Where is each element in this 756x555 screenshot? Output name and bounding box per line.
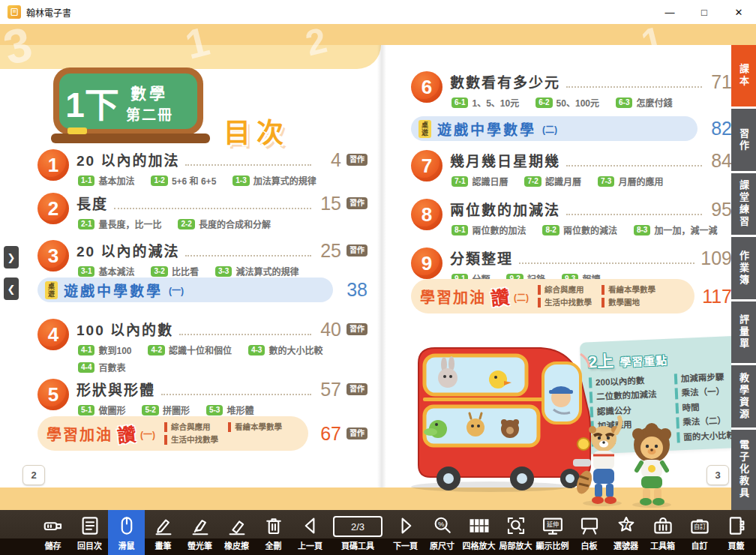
boardgame-title: 遊戲中學數學 [437,118,536,139]
section-item[interactable]: 5-1做圖形 [78,404,125,416]
chapter-title[interactable]: 兩位數的加減法 [450,199,560,219]
sidebar-tab-作業簿[interactable]: 作業簿 [731,237,756,298]
boardgame-page-number[interactable]: 82 [706,118,732,140]
toolbar-儲存[interactable]: 儲存 [34,510,71,555]
section-code-badge: 6-1 [452,98,468,108]
section-item[interactable]: 5-2拼圖形 [142,404,189,416]
chapter-page-number[interactable]: 84 [708,152,732,170]
toolbar-白板[interactable]: 白板 [571,510,608,555]
chapter-title[interactable]: 20 以內的加法 [76,149,179,170]
section-item[interactable]: 4-1數到100 [78,344,131,356]
prev-page-edge-button[interactable]: ❮ [4,278,19,300]
boardgame-page-number[interactable]: 38 [342,279,368,301]
toolbar-自訂[interactable]: 自訂自訂 [681,510,718,555]
chapter-title[interactable]: 長度 [76,193,108,213]
chapter-title[interactable]: 分類整理 [450,248,513,268]
page-number-box: 2/3 [333,513,382,538]
chapter-page-number[interactable]: 25 [317,242,341,260]
learning-boost-page-number[interactable]: 67 [316,423,341,445]
maximize-button[interactable]: □ [687,0,722,24]
section-item[interactable]: 1-3加法算式的規律 [232,174,316,187]
toolbar-局部放大[interactable]: 局部放大 [497,510,534,555]
toolbar-螢光筆[interactable]: 螢光筆 [182,510,218,555]
page-indicator[interactable]: 2/3 [333,516,382,537]
toolbar-原尺寸[interactable]: %原尺寸 [424,510,460,555]
chapter-title[interactable]: 數數看有多少元 [450,71,560,92]
right-page-corner-number[interactable]: 3 [706,465,729,485]
section-code-badge: 5-2 [142,405,158,416]
section-item[interactable]: 5-3堆形體 [206,404,254,416]
toolbar-工具箱[interactable]: 工具箱 [644,510,681,555]
sidebar-tab-評量單[interactable]: 評量單 [731,302,756,363]
chapter-title[interactable]: 幾月幾日星期幾 [450,150,560,170]
section-item[interactable]: 7-2認識月曆 [524,175,580,188]
chapter-page-number[interactable]: 4 [317,151,341,170]
section-item[interactable]: 7-3月曆的應用 [598,175,663,188]
section-item[interactable]: 6-250、100元 [536,96,599,109]
homework-badge[interactable]: 習作 [346,383,368,395]
sidebar-tab-教學資源[interactable]: 教學資源 [731,365,756,427]
learning-boost-page-number[interactable]: 117 [702,286,732,308]
section-item[interactable]: 8-2兩位數的減法 [542,224,616,236]
section-item[interactable]: 1-25+6 和 6+5 [151,174,216,187]
toolbar-頁籤[interactable]: 頁籤 [718,510,754,555]
sidebar-tab-電子化教具[interactable]: 電子化教具 [731,430,756,510]
sidebar-tab-課本[interactable]: 課本 [731,45,756,106]
section-item[interactable]: 3-3減法算式的規律 [215,265,298,278]
board-subject: 數學 [130,85,168,102]
chapter-title[interactable]: 20 以內的減法 [76,240,179,260]
chapter-page-number[interactable]: 95 [708,200,732,219]
toolbar-回目次[interactable]: 回目次 [71,510,108,555]
toolbar-選號器[interactable]: 7選號器 [608,510,644,555]
toolbar-頁碼工具[interactable]: 2/3頁碼工具 [328,510,387,555]
learning-boost-row[interactable]: 學習加油讚(二)綜合與應用生活中找數學看繪本學數學數學園地 [411,279,694,314]
homework-badge[interactable]: 習作 [346,323,368,335]
toolbar-畫筆[interactable]: 畫筆 [145,510,182,555]
homework-badge[interactable]: 習作 [346,197,368,209]
toolbar-四格放大[interactable]: 四格放大 [460,510,497,555]
section-item[interactable]: 4-4百數表 [78,361,125,374]
chapter-page-number[interactable]: 109 [700,249,732,268]
section-item[interactable]: 3-2比比看 [151,265,198,278]
toolbar-下一頁[interactable]: 下一頁 [387,510,424,555]
homework-badge[interactable]: 習作 [346,244,368,256]
chapter-page-number[interactable]: 40 [317,320,341,339]
chapter-page-number[interactable]: 71 [708,73,732,92]
section-item[interactable]: 4-2認識十位和個位 [148,344,231,356]
close-button[interactable]: ✕ [722,0,756,24]
section-item[interactable]: 6-3怎麼付錢 [616,96,672,109]
learning-boost-volume: (二) [514,290,529,303]
boardgame-row[interactable]: 桌遊遊戲中學數學(二) [411,116,698,141]
toolbar-label: 四格放大 [463,539,496,551]
learning-boost-item: 綜合與應用 [164,422,218,432]
toolbar-全刪[interactable]: 全刪 [255,510,292,555]
toolbar-顯示比例[interactable]: 延伸顯示比例 [534,510,571,555]
section-item[interactable]: 8-1兩位數的加法 [452,224,526,236]
section-item[interactable]: 7-1認識日曆 [452,175,508,188]
section-item[interactable]: 3-1基本減法 [78,265,134,278]
sidebar-tab-習作[interactable]: 習作 [731,109,756,170]
section-item[interactable]: 1-1基本加法 [78,174,134,187]
chapter-title[interactable]: 100 以內的數 [76,319,173,339]
minimize-button[interactable]: — [652,0,687,24]
learning-boost-row[interactable]: 學習加油讚(一)綜合與應用生活中找數學看繪本學數學 [38,416,308,451]
homework-badge[interactable]: 習作 [346,154,368,166]
toolbar-滑鼠[interactable]: 滑鼠 [108,510,145,555]
boardgame-row[interactable]: 桌遊遊戲中學數學(一) [38,278,333,302]
section-title: 數到100 [98,344,131,356]
left-page-corner-number[interactable]: 2 [22,465,45,485]
section-item[interactable]: 6-11、5、10元 [452,96,519,109]
homework-badge[interactable]: 習作 [346,428,368,440]
section-item[interactable]: 2-1量長度，比一比 [78,218,161,230]
sidebar-tab-課堂練習[interactable]: 課堂練習 [731,173,756,235]
section-item[interactable]: 2-2長度的合成和分解 [178,218,270,230]
section-title: 拼圖形 [163,404,190,416]
chapter-page-number[interactable]: 57 [317,380,341,399]
section-item[interactable]: 4-3數的大小比較 [248,344,322,356]
next-page-edge-button[interactable]: ❯ [4,246,19,268]
chapter-page-number[interactable]: 15 [317,194,341,213]
chapter-title[interactable]: 形狀與形體 [76,379,155,399]
section-item[interactable]: 8-3加一加，減一減 [634,224,717,236]
toolbar-上一頁[interactable]: 上一頁 [292,510,328,555]
toolbar-橡皮擦[interactable]: 橡皮擦 [218,510,255,555]
